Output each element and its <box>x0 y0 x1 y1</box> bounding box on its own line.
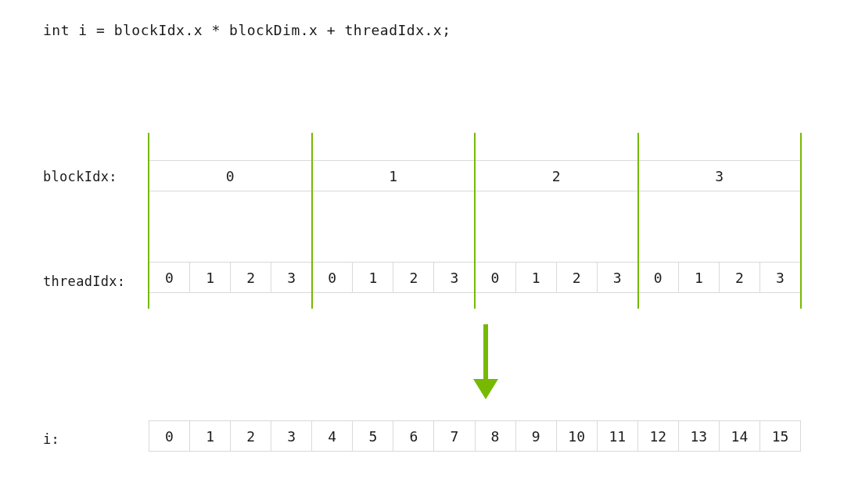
i-cell: 10 <box>557 421 598 451</box>
i-cell: 8 <box>476 421 516 451</box>
i-cell: 9 <box>516 421 557 451</box>
i-cell: 0 <box>149 421 190 451</box>
block-thread-grid: 0 1 2 3 0 1 2 3 0 1 2 3 0 1 2 3 0 1 2 3 <box>149 137 801 305</box>
i-cell: 12 <box>638 421 679 451</box>
threadidx-cell: 0 <box>149 263 190 292</box>
i-row: 0 1 2 3 4 5 6 7 8 9 10 11 12 13 14 15 <box>149 420 801 452</box>
block-separator <box>311 133 313 309</box>
threadidx-cell: 3 <box>434 263 475 292</box>
threadidx-cell: 0 <box>476 263 516 292</box>
i-cell: 1 <box>190 421 231 451</box>
threadidx-cell: 2 <box>231 263 271 292</box>
i-cell: 11 <box>598 421 638 451</box>
block-separator <box>637 133 639 309</box>
i-cell: 5 <box>353 421 393 451</box>
threadidx-cell: 2 <box>557 263 598 292</box>
threadidx-cell: 2 <box>720 263 760 292</box>
i-cell: 14 <box>720 421 760 451</box>
i-cell: 6 <box>393 421 434 451</box>
blockidx-cell: 0 <box>149 161 312 191</box>
i-cell: 7 <box>434 421 475 451</box>
label-i: i: <box>43 431 59 447</box>
i-row-wrap: 0 1 2 3 4 5 6 7 8 9 10 11 12 13 14 15 <box>149 420 801 452</box>
i-cell: 2 <box>231 421 271 451</box>
threadidx-cell: 3 <box>598 263 638 292</box>
blockidx-cell: 2 <box>475 161 638 191</box>
threadidx-cell: 2 <box>393 263 434 292</box>
blockidx-cell: 1 <box>312 161 476 191</box>
block-separator <box>148 133 149 309</box>
threadidx-cell: 0 <box>638 263 679 292</box>
code-line: int i = blockIdx.x * blockDim.x + thread… <box>43 22 451 38</box>
label-threadidx: threadIdx: <box>43 273 125 289</box>
block-separator <box>800 133 802 309</box>
threadidx-cell: 1 <box>679 263 720 292</box>
threadidx-cell: 1 <box>516 263 557 292</box>
threadidx-cell: 1 <box>353 263 393 292</box>
arrow-down-icon <box>473 324 497 402</box>
diagram-page: int i = blockIdx.x * blockDim.x + thread… <box>0 0 851 504</box>
i-cell: 15 <box>760 421 801 451</box>
threadidx-cell: 3 <box>271 263 312 292</box>
threadidx-cell: 3 <box>760 263 801 292</box>
block-separator <box>474 133 476 309</box>
blockidx-cell: 3 <box>638 161 802 191</box>
i-cell: 4 <box>312 421 353 451</box>
label-blockidx: blockIdx: <box>43 169 117 184</box>
i-cell: 13 <box>679 421 720 451</box>
threadidx-cell: 1 <box>190 263 231 292</box>
i-cell: 3 <box>271 421 312 451</box>
threadidx-cell: 0 <box>312 263 353 292</box>
